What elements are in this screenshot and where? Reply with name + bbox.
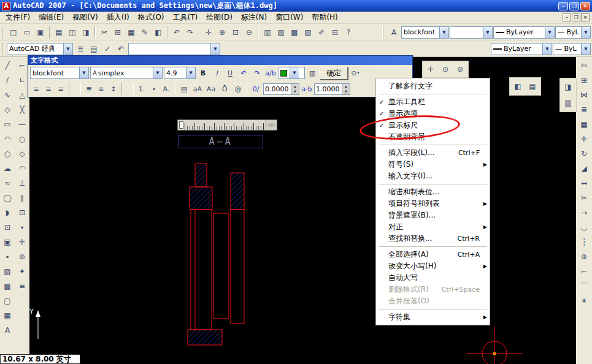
tool-button[interactable]: ◧ xyxy=(152,26,165,39)
italic-button[interactable]: I xyxy=(210,67,223,79)
tool-button[interactable]: ∟ xyxy=(15,73,29,88)
tool-button[interactable]: ◠ xyxy=(15,161,29,176)
dim-style-combo[interactable] xyxy=(450,26,493,39)
stack-button[interactable]: a/b xyxy=(264,67,277,79)
context-menu-item[interactable]: 查找和替换... Ctrl+R xyxy=(377,233,489,245)
tool-button[interactable]: ✛ xyxy=(202,26,215,39)
chevron-down-icon[interactable] xyxy=(542,44,552,55)
context-menu-item[interactable]: 背景遮罩(B)... xyxy=(377,210,489,221)
tool-button[interactable]: ≋ xyxy=(95,83,107,95)
context-menu-item[interactable]: 项目符号和列表 xyxy=(377,198,489,210)
context-menu-item[interactable]: 自动大写 xyxy=(377,272,489,284)
menu-item[interactable]: 标注(N) xyxy=(237,11,271,24)
tool-button[interactable]: ▤ xyxy=(87,42,101,56)
tool-button[interactable]: ☁ xyxy=(1,161,14,176)
tool-button[interactable]: ┆ xyxy=(577,235,591,249)
tool-button[interactable]: ⋈ xyxy=(577,88,591,102)
tool-button[interactable]: ▦ xyxy=(125,26,138,39)
context-menu-item[interactable]: 缩进和制表位... xyxy=(377,186,489,198)
ruler-right-arrow-icon[interactable]: ▷ xyxy=(272,123,275,127)
tool-button[interactable]: ◇ xyxy=(15,146,29,161)
lowercase-button[interactable]: Aa xyxy=(205,83,217,95)
chevron-down-icon[interactable] xyxy=(210,44,220,55)
tool-button[interactable]: ▢ xyxy=(1,294,14,308)
tool-button[interactable]: ⊞ xyxy=(111,26,125,39)
drawing-canvas[interactable] xyxy=(29,57,576,364)
color-combo[interactable]: ByLayer xyxy=(491,43,552,55)
spin-down-icon[interactable] xyxy=(291,89,299,94)
tool-button[interactable]: ∙ xyxy=(15,220,29,235)
tool-button[interactable]: ▥ xyxy=(261,26,274,39)
chevron-down-icon[interactable] xyxy=(483,27,492,38)
underline-button[interactable]: U xyxy=(224,67,236,79)
tool-button[interactable]: ∕ xyxy=(1,73,14,88)
tool-button[interactable]: ◨ xyxy=(79,26,93,39)
context-menu-item[interactable] xyxy=(379,309,487,309)
mtext-style-combo[interactable]: blockfont xyxy=(30,67,89,79)
tool-button[interactable]: ≡ xyxy=(55,83,67,95)
tool-button[interactable]: ⊘ xyxy=(15,249,29,264)
mtext-ruler[interactable]: ◁ ▷ xyxy=(177,119,277,131)
tool-button[interactable]: ◧ xyxy=(510,78,525,94)
chevron-down-icon[interactable] xyxy=(581,27,590,38)
uppercase-button[interactable]: aA xyxy=(191,83,204,95)
workspace-combo[interactable]: AutoCAD 经典 xyxy=(7,43,73,55)
tracking-value[interactable]: 1.0000 xyxy=(314,83,342,95)
spin-down-icon[interactable] xyxy=(342,89,350,94)
tool-button[interactable]: △ xyxy=(15,88,29,102)
tool-button[interactable]: ▨ xyxy=(1,264,14,279)
chevron-down-icon[interactable] xyxy=(79,67,88,78)
tool-button[interactable]: ⊟ xyxy=(328,26,342,39)
insert-field-button[interactable]: ▤ xyxy=(178,83,190,95)
ruler-width-control[interactable]: ◁ ▷ xyxy=(266,120,277,130)
toolbar-grip[interactable] xyxy=(2,26,5,39)
mdi-restore-button[interactable]: ❐ xyxy=(572,13,580,21)
tool-button[interactable]: ▨ xyxy=(274,26,288,39)
tool-button[interactable]: ✄ xyxy=(577,58,591,73)
menu-item[interactable]: 视图(V) xyxy=(68,11,102,24)
layer-combo[interactable] xyxy=(128,43,220,55)
tool-button[interactable]: ⊡ xyxy=(229,26,242,39)
tool-button[interactable]: ◫ xyxy=(66,26,79,39)
tool-button[interactable]: ✛ xyxy=(423,62,438,77)
tool-button[interactable]: ⌐ xyxy=(15,58,29,73)
tool-button[interactable]: ✛ xyxy=(15,235,29,249)
context-menu-item[interactable]: 不透明背景 xyxy=(377,131,489,143)
tool-button[interactable]: ✂ xyxy=(577,191,591,205)
tool-button[interactable]: ⌒ xyxy=(577,279,591,294)
tool-button[interactable]: ∿ xyxy=(1,88,14,102)
chevron-down-icon[interactable] xyxy=(439,27,448,38)
tool-button[interactable]: ⊕ xyxy=(577,249,591,264)
tool-button[interactable]: ▦ xyxy=(1,308,14,323)
tool-button[interactable]: ↻ xyxy=(577,146,591,161)
overline-button[interactable]: Ō xyxy=(218,83,231,95)
tool-button[interactable]: ○ xyxy=(1,146,14,161)
context-menu-item[interactable]: 显示选项 xyxy=(377,108,489,119)
context-menu-item[interactable] xyxy=(379,246,487,247)
tool-button[interactable]: □ xyxy=(7,26,20,39)
tool-button[interactable]: ⊙ xyxy=(438,62,453,77)
tool-button[interactable]: ◇ xyxy=(1,102,14,117)
tool-button[interactable]: ▧ xyxy=(301,26,315,39)
spell-check-button[interactable]: A xyxy=(387,26,401,39)
options-button[interactable]: ⊙ ▾ xyxy=(349,67,361,79)
tool-button[interactable]: ✎ xyxy=(138,26,152,39)
tool-button[interactable]: ◯ xyxy=(1,191,14,205)
tool-button[interactable]: ╳ xyxy=(15,102,29,117)
tool-button[interactable]: ≡ xyxy=(42,83,55,95)
mtext-font-combo[interactable]: A simplex xyxy=(90,67,163,79)
chevron-down-icon[interactable] xyxy=(581,44,590,55)
oblique-angle-spinner[interactable]: 0.0000 xyxy=(263,83,299,95)
tool-button[interactable]: ⊡ xyxy=(15,205,29,220)
context-menu-item[interactable]: 显示工具栏 xyxy=(377,96,489,108)
context-menu-item[interactable]: 删除格式(R) Ctrl+Space xyxy=(377,284,489,295)
context-menu-item[interactable]: 了解多行文字 xyxy=(377,80,489,92)
tool-button[interactable]: ✐ xyxy=(315,26,328,39)
tool-button[interactable]: ▤ xyxy=(525,78,540,94)
minimize-button[interactable]: – xyxy=(558,2,568,10)
tool-button[interactable]: ⊕ xyxy=(215,26,229,39)
bold-button[interactable]: B xyxy=(197,67,209,79)
close-button[interactable]: ✕ xyxy=(580,2,590,10)
tool-button[interactable]: ▣ xyxy=(34,26,47,39)
chevron-down-icon[interactable] xyxy=(153,67,162,78)
